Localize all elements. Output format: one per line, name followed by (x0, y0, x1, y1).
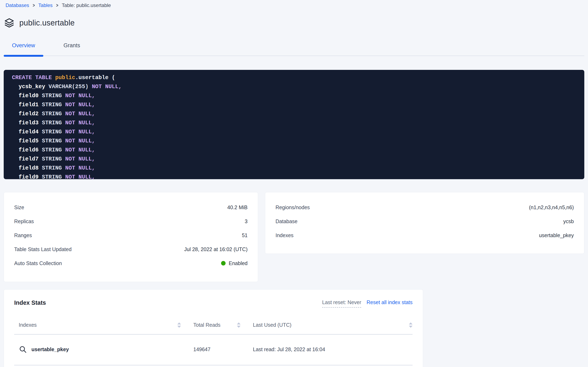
stat-label: Size (14, 204, 24, 210)
table-row: usertable_pkey 149647 Last read: Jul 28,… (14, 334, 413, 365)
status-text: Enabled (229, 260, 248, 266)
table-layers-icon (4, 18, 14, 28)
page-title: public.usertable (19, 18, 75, 27)
stat-row-auto-stats: Auto Stats Collection Enabled (14, 260, 248, 267)
sql-code: CREATE TABLE public.usertable ( ycsb_key… (12, 73, 576, 179)
sort-icon[interactable] (177, 322, 181, 328)
table-detail-page: Databases > Tables > Table: public.usert… (0, 0, 588, 367)
tab-bar: Overview Grants (4, 39, 584, 57)
breadcrumb: Databases > Tables > Table: public.usert… (6, 0, 584, 8)
stat-row-last-updated: Table Stats Last Updated Jul 28, 2022 at… (14, 246, 248, 253)
sort-icon[interactable] (409, 322, 413, 328)
breadcrumb-separator-icon: > (33, 2, 35, 8)
index-stats-table: Indexes Total Reads Last Used (UTC) (14, 318, 413, 365)
summary-cards: Size 40.2 MiB Replicas 3 Ranges 51 Table… (4, 192, 584, 282)
table-header-row: Indexes Total Reads Last Used (UTC) (14, 318, 413, 334)
stat-value: 3 (245, 218, 248, 224)
table-stats-card: Size 40.2 MiB Replicas 3 Ranges 51 Table… (4, 192, 258, 282)
tab-underline-track (4, 56, 584, 56)
breadcrumb-current: Table: public.usertable (62, 2, 111, 8)
column-header-last-used[interactable]: Last Used (UTC) (253, 322, 413, 328)
breadcrumb-link-databases[interactable]: Databases (6, 2, 29, 8)
active-tab-indicator (4, 55, 43, 57)
status-dot-icon (221, 261, 226, 266)
stat-label: Replicas (14, 218, 34, 224)
create-table-sql-block: CREATE TABLE public.usertable ( ycsb_key… (4, 70, 584, 179)
meta-label: Database (275, 218, 298, 224)
meta-row-indexes: Indexes usertable_pkey (275, 232, 574, 239)
meta-row-regions: Regions/nodes (n1,n2,n3,n4,n5,n6) (275, 204, 574, 211)
index-stats-title: Index Stats (14, 299, 46, 306)
stat-row-size: Size 40.2 MiB (14, 204, 248, 211)
page-title-row: public.usertable (4, 18, 584, 28)
stat-row-replicas: Replicas 3 (14, 218, 248, 225)
stat-value: 51 (242, 232, 248, 238)
meta-row-database: Database ycsb (275, 218, 574, 225)
meta-label: Indexes (275, 232, 294, 238)
breadcrumb-separator-icon: > (56, 2, 58, 8)
stat-label: Auto Stats Collection (14, 260, 62, 266)
table-meta-card: Regions/nodes (n1,n2,n3,n4,n5,n6) Databa… (265, 192, 584, 254)
meta-value: ycsb (563, 218, 574, 224)
column-label: Last Used (UTC) (253, 322, 291, 328)
column-header-indexes[interactable]: Indexes (19, 322, 181, 328)
stat-label: Table Stats Last Updated (14, 246, 72, 252)
index-stats-card: Index Stats Last reset: Never Reset all … (4, 289, 423, 367)
total-reads-value: 149647 (193, 346, 240, 352)
column-label: Total Reads (193, 322, 220, 328)
column-header-total-reads[interactable]: Total Reads (193, 322, 240, 328)
index-link-usertable-pkey[interactable]: usertable_pkey (19, 345, 181, 353)
sort-icon[interactable] (237, 322, 240, 328)
column-label: Indexes (19, 322, 37, 328)
search-icon (19, 345, 27, 353)
last-used-value: Last read: Jul 28, 2022 at 16:04 (253, 346, 413, 352)
meta-value: (n1,n2,n3,n4,n5,n6) (529, 204, 574, 210)
meta-label: Regions/nodes (275, 204, 310, 210)
tab-grants[interactable]: Grants (64, 39, 80, 49)
stat-value: 40.2 MiB (227, 204, 248, 210)
stat-row-ranges: Ranges 51 (14, 232, 248, 239)
breadcrumb-link-tables[interactable]: Tables (38, 2, 53, 8)
meta-value: usertable_pkey (539, 232, 574, 238)
stat-label: Ranges (14, 232, 32, 238)
reset-index-stats-link[interactable]: Reset all index stats (366, 299, 413, 305)
stat-value: Enabled (221, 260, 248, 266)
index-name-text: usertable_pkey (32, 346, 69, 352)
tab-overview[interactable]: Overview (4, 39, 43, 49)
last-reset-label[interactable]: Last reset: Never (322, 299, 361, 308)
stat-value: Jul 28, 2022 at 16:02 (UTC) (184, 246, 248, 252)
